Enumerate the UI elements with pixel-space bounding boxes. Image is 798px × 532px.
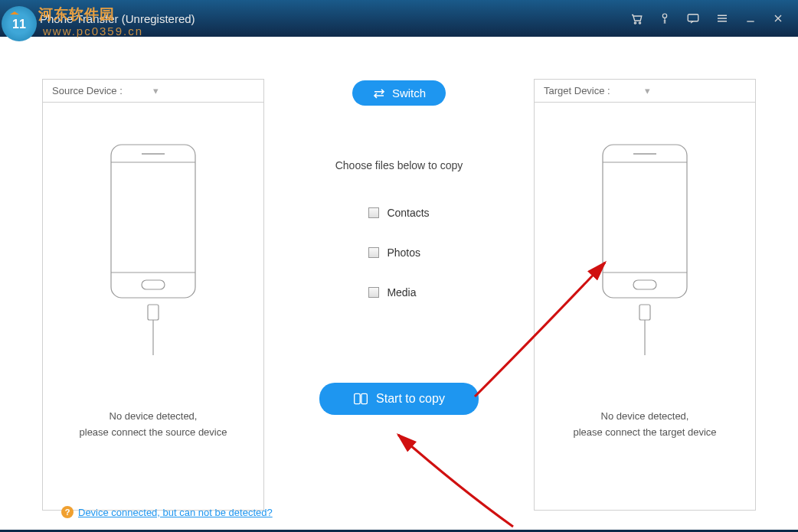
- phone-illustration: [595, 141, 695, 355]
- svg-point-3: [634, 22, 636, 24]
- close-icon[interactable]: [772, 12, 784, 24]
- target-status: No device detected, please connect the t…: [573, 409, 716, 441]
- device-detect-help-link[interactable]: Device connected, but can not be detecte…: [78, 507, 273, 518]
- cart-icon[interactable]: [630, 11, 643, 25]
- contacts-option[interactable]: Contacts: [368, 207, 429, 219]
- checkbox-icon: [368, 287, 379, 298]
- help-link-row: ? Device connected, but can not be detec…: [61, 506, 273, 518]
- svg-rect-15: [361, 393, 368, 403]
- watermark-text: 河东软件园: [38, 5, 115, 24]
- target-select-label: Target Device :: [544, 85, 645, 96]
- start-copy-button[interactable]: Start to copy: [319, 383, 479, 415]
- minimize-icon[interactable]: [744, 12, 757, 24]
- source-select-label: Source Device :: [52, 85, 153, 96]
- checkbox-icon: [368, 247, 379, 258]
- svg-rect-20: [633, 280, 656, 289]
- svg-point-4: [639, 22, 640, 24]
- svg-rect-21: [639, 305, 650, 320]
- watermark-url: www.pc0359.cn: [43, 24, 143, 38]
- photos-option[interactable]: Photos: [368, 246, 420, 259]
- menu-icon[interactable]: [715, 11, 729, 25]
- source-status: No device detected, please connect the s…: [80, 409, 227, 441]
- chevron-down-icon: ▾: [153, 85, 254, 96]
- media-option[interactable]: Media: [368, 286, 416, 299]
- choose-files-label: Choose files below to copy: [335, 159, 463, 171]
- phones-icon: [353, 392, 368, 406]
- key-icon[interactable]: [659, 11, 671, 25]
- svg-rect-16: [603, 145, 687, 298]
- question-icon: ?: [61, 506, 74, 518]
- phone-illustration: [103, 141, 203, 355]
- source-device-select[interactable]: Source Device : ▾: [43, 80, 263, 103]
- svg-rect-11: [142, 280, 165, 289]
- svg-point-5: [662, 14, 666, 18]
- start-copy-label: Start to copy: [376, 392, 445, 406]
- checkbox-icon: [368, 207, 379, 218]
- svg-text:11: 11: [12, 18, 26, 31]
- media-label: Media: [387, 286, 416, 299]
- switch-icon: [372, 88, 386, 99]
- photos-label: Photos: [387, 246, 420, 259]
- source-device-panel: Source Device : ▾ No device detected, pl…: [42, 79, 264, 511]
- svg-rect-7: [111, 145, 195, 298]
- target-device-panel: Target Device : ▾ No device detected, pl…: [534, 79, 756, 511]
- svg-rect-12: [148, 305, 159, 320]
- svg-rect-14: [355, 393, 361, 403]
- watermark-badge: 11: [2, 6, 37, 41]
- chevron-down-icon: ▾: [645, 85, 746, 96]
- switch-button[interactable]: Switch: [352, 80, 446, 106]
- contacts-label: Contacts: [387, 207, 429, 219]
- svg-rect-6: [688, 15, 698, 21]
- feedback-icon[interactable]: [686, 11, 700, 25]
- main-content: Source Device : ▾ No device detected, pl…: [0, 37, 798, 530]
- switch-label: Switch: [392, 86, 426, 100]
- target-device-select[interactable]: Target Device : ▾: [535, 80, 755, 103]
- window-title: Phone Transfer (Unregistered): [40, 12, 630, 25]
- center-column: Switch Choose files below to copy Contac…: [264, 79, 534, 511]
